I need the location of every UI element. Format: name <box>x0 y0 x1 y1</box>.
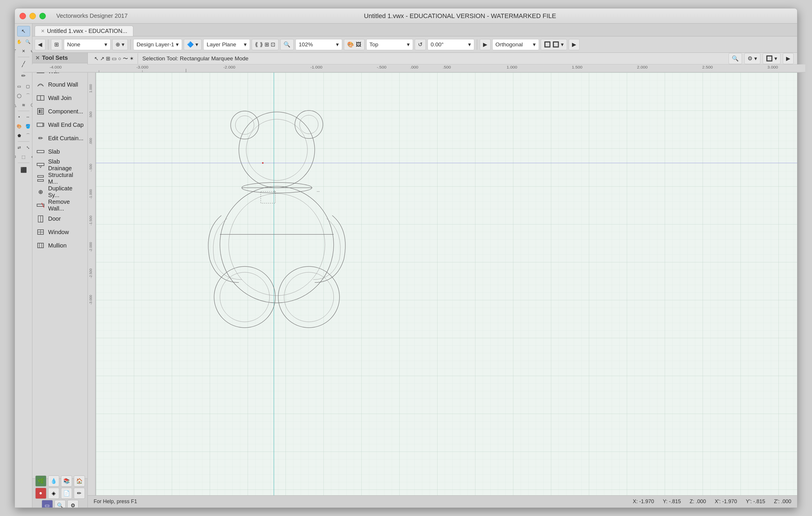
view-label: Top <box>370 41 379 48</box>
more2-button[interactable]: ▶ <box>783 53 794 64</box>
left-toolbar: ↖ ✋ 🔍 T ✕ ↺ ╱ ✏ ▭ ▢ ○ ◯ ⌒ 〜 <box>15 24 32 508</box>
zoom-select[interactable]: 102% ▾ <box>295 39 342 50</box>
rect-tool[interactable]: ▭ <box>15 82 23 90</box>
palette-house[interactable]: 🏠 <box>74 476 85 487</box>
zoom-button[interactable]: 🔍 <box>280 39 294 50</box>
edit-curtain-label: Edit Curtain... <box>48 135 83 142</box>
dimension-tool[interactable]: ↔ <box>24 113 32 121</box>
palette-layers[interactable]: 📚 <box>61 476 72 487</box>
tab-close-icon[interactable]: ✕ <box>41 28 45 34</box>
toolset-item-edit-curtain[interactable]: ✏ Edit Curtain... <box>32 131 87 145</box>
palette-row-2: ● ◈ 📄 ✏ <box>35 488 85 499</box>
back-button[interactable]: ◀ <box>35 39 46 50</box>
wave-tool[interactable]: ≋ <box>20 101 28 109</box>
minimize-button[interactable] <box>29 13 36 19</box>
main-canvas[interactable] <box>96 72 797 495</box>
tool-select-btn[interactable]: ↖ ↗ ⊞ ▭ ○ 〜 ✶ <box>91 53 137 64</box>
triangle-tool[interactable]: △ <box>15 101 19 109</box>
forward-button[interactable]: ▶ <box>569 39 580 50</box>
reshape-tool[interactable]: ⌑ <box>15 153 19 161</box>
design-layer-select[interactable]: Design Layer-1 ▾ <box>133 39 182 50</box>
none-select[interactable]: None ▾ <box>64 39 111 50</box>
3d-nav-buttons[interactable]: ⟪ ⟫ ⊞ ⊡ <box>252 39 279 50</box>
toolsets-title: Tool Sets <box>42 55 68 61</box>
paint-tool[interactable]: 🎨 <box>15 122 23 130</box>
toolset-item-door[interactable]: Door <box>32 212 87 225</box>
remove-wall-label: Remove Wall... <box>48 199 84 212</box>
maximize-button[interactable] <box>39 13 46 19</box>
text-tool[interactable]: T <box>15 47 19 55</box>
angle-select[interactable]: 0.00° ▾ <box>428 39 474 50</box>
document-tab[interactable]: ✕ Untitled 1.vwx - EDUCATION... <box>35 26 133 36</box>
toolset-item-remove-wall[interactable]: Remove Wall... <box>32 199 87 212</box>
toolset-item-duplicate[interactable]: ⊕ Duplicate Sy... <box>32 185 87 199</box>
svg-text:1.500: 1.500 <box>572 65 583 69</box>
flip-tool[interactable]: ⇄ <box>15 144 23 152</box>
grid-button[interactable]: ⊞ <box>51 39 62 50</box>
more-button[interactable]: ▶ <box>480 39 491 50</box>
render2-button[interactable]: 🎨 🖼 <box>344 39 364 50</box>
close-icon[interactable]: ✕ <box>20 47 28 55</box>
settings-button[interactable]: ⚙ ▾ <box>744 53 760 64</box>
toolset-item-wall-end-cap[interactable]: Wall End Cap <box>32 118 87 131</box>
marquee-tool[interactable]: ⬚ <box>20 153 28 161</box>
search-button[interactable]: 🔍 <box>729 53 742 64</box>
palette-settings[interactable]: ⚙ <box>67 500 79 508</box>
toolset-item-round-wall[interactable]: Round Wall <box>32 78 87 91</box>
app-title: Vectorworks Designer 2017 <box>56 12 128 19</box>
palette-pages[interactable]: 📄 <box>61 488 72 499</box>
view-select[interactable]: Top ▾ <box>366 39 413 50</box>
palette-search[interactable]: 🔍 <box>55 500 66 508</box>
ellipse-tool[interactable]: ◯ <box>15 92 23 100</box>
remove-wall-icon <box>36 201 45 210</box>
arc-tool[interactable]: ⌒ <box>24 92 32 100</box>
rounded-rect-tool[interactable]: ▢ <box>24 82 32 90</box>
display-button[interactable]: 🔲 ▾ <box>763 53 781 64</box>
3d-tool[interactable]: ⬛ <box>17 165 30 175</box>
toolset-item-slab[interactable]: Slab <box>32 145 87 158</box>
palette-fill[interactable]: ▭ <box>42 500 53 508</box>
sep1 <box>48 39 49 50</box>
svg-text:.500: .500 <box>443 65 451 69</box>
palette-terrain[interactable]: 🌿 <box>35 476 47 487</box>
toolset-item-window[interactable]: Window <box>32 225 87 239</box>
scale-tool[interactable]: ⤡ <box>24 144 32 152</box>
polygon-tool[interactable]: ⬟ <box>15 131 23 140</box>
toolsets-close[interactable]: ✕ <box>35 55 40 61</box>
toolset-item-mullion[interactable]: Mullion <box>32 239 87 252</box>
layers-button[interactable]: ⊕ ▾ <box>112 39 128 50</box>
layer-plane-select[interactable]: Layer Plane ▾ <box>203 39 250 50</box>
toolset-item-structural[interactable]: Structural M... <box>32 172 87 185</box>
structural-icon <box>36 174 45 183</box>
view-options[interactable]: 🔲 🔲 ▾ <box>541 39 567 50</box>
bottom-palette: 🌿 💧 📚 🏠 ● ◈ 📄 ✏ ▭ <box>32 478 87 508</box>
palette-pencil[interactable]: ✏ <box>74 488 85 499</box>
zoom-label: 102% <box>299 41 313 48</box>
svg-rect-20 <box>38 243 44 248</box>
svg-rect-8 <box>37 123 43 126</box>
component-icon <box>36 107 45 116</box>
pan-tool[interactable]: ✋ <box>15 38 23 46</box>
palette-water[interactable]: 💧 <box>48 476 59 487</box>
palette-gem[interactable]: ◈ <box>48 488 59 499</box>
zoom-tool[interactable]: 🔍 <box>24 38 32 46</box>
palette-render[interactable]: ● <box>35 488 47 499</box>
svg-text:-1.000: -1.000 <box>310 65 322 69</box>
svg-text:.500: .500 <box>89 111 92 118</box>
svg-text:3.000: 3.000 <box>767 65 778 69</box>
ruler-row: -4.000 -3.000 -2.000 -1.000 -.500 .000 .… <box>88 64 797 72</box>
toolset-item-component[interactable]: Component... <box>32 105 87 118</box>
toolset-item-wall-join[interactable]: Wall Join <box>32 91 87 105</box>
dot-tool[interactable]: • <box>15 113 23 121</box>
structural-label: Structural M... <box>48 172 84 185</box>
bucket-tool[interactable]: 🪣 <box>24 122 32 130</box>
projection-select[interactable]: Orthogonal ▾ <box>492 39 539 50</box>
render-button[interactable]: 🔷 ▾ <box>184 39 202 50</box>
select-tool[interactable]: ↖ <box>17 26 30 36</box>
polyline-tool[interactable]: ⌒ <box>24 131 32 140</box>
toolset-item-slab-drainage[interactable]: Slab Drainage <box>32 158 87 172</box>
rotate-button[interactable]: ↺ <box>415 39 426 50</box>
svg-rect-6 <box>39 110 40 113</box>
close-button[interactable] <box>20 13 26 19</box>
layer-plane-label: Layer Plane <box>206 41 236 48</box>
